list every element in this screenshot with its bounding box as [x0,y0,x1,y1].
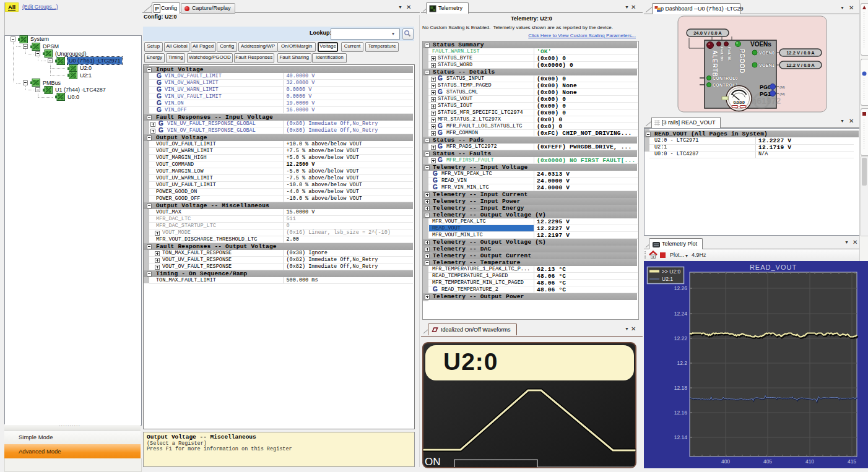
svg-text:12.18: 12.18 [674,385,688,391]
svg-text:PG1: PG1 [760,91,771,97]
svg-text:12.26: 12.26 [674,285,688,291]
svg-text:U2:0: U2:0 [443,348,498,375]
svg-text:>> U2:0: >> U2:0 [662,268,681,275]
svg-text:FAULTB1: FAULTB1 [727,47,731,61]
svg-text:12.16: 12.16 [674,410,688,416]
svg-text:(M): (M) [779,92,785,96]
svg-text:12.24: 12.24 [674,311,688,317]
svg-text:VOEN0: VOEN0 [759,51,775,55]
svg-text:12.22: 12.22 [674,335,688,341]
svg-text:12.2: 12.2 [677,360,687,366]
svg-text:FAULTB0: FAULTB0 [720,47,724,61]
svg-text:410: 410 [805,458,814,465]
svg-text:ON: ON [425,456,441,468]
svg-text:CONTROL0: CONTROL0 [713,76,738,80]
svg-text:(M): (M) [779,85,785,89]
svg-text:PG0: PG0 [760,84,771,90]
svg-text:READ_VOUT: READ_VOUT [750,264,797,271]
svg-text:405: 405 [763,458,772,465]
svg-text:VOENs: VOENs [750,41,771,48]
svg-text:PGOOD: PGOOD [739,49,745,74]
svg-text:12.2 V / 0.0 A: 12.2 V / 0.0 A [786,62,815,68]
svg-text:400: 400 [721,458,730,465]
svg-text:12.2 V / 0.0 A: 12.2 V / 0.0 A [786,50,815,56]
svg-text:VOEN1: VOEN1 [759,63,775,67]
svg-text:ALERTB: ALERTB [711,50,718,77]
svg-text:24.0 V / 0.0 A: 24.0 V / 0.0 A [693,30,722,36]
svg-text:U2:1: U2:1 [662,276,673,282]
svg-text:0.0.0.0: 0.0.0.0 [734,100,745,105]
svg-text:12.14: 12.14 [674,434,688,440]
svg-text:415: 415 [848,458,856,465]
